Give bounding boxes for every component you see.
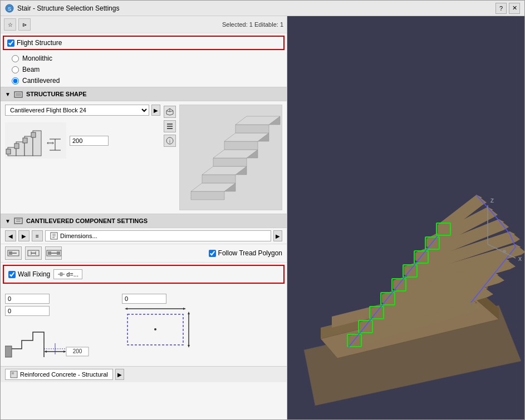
structure-shape-content: Cantilevered Flight Block 24 ▶ [1, 101, 287, 214]
nav-list-button[interactable]: ≡ [32, 230, 43, 241]
svg-point-121 [503, 250, 506, 253]
fix-icon-1 [7, 248, 20, 258]
title-bar: S Stair - Structure Selection Settings ?… [1, 1, 524, 16]
flight-structure-checkbox[interactable] [7, 39, 14, 47]
svg-marker-30 [202, 175, 235, 183]
svg-rect-50 [9, 251, 12, 255]
svg-rect-9 [6, 149, 11, 154]
app-icon: S [5, 4, 14, 13]
svg-rect-21 [167, 123, 173, 125]
dim-diagram-left: 200 [5, 318, 94, 363]
fix-tool-3[interactable] [45, 246, 62, 260]
shape-preview-svg [180, 105, 282, 210]
nav-row: ◀ ▶ ≡ Dimensions... ▶ [1, 228, 287, 244]
shape-dropdown-arrow[interactable]: ▶ [151, 105, 160, 116]
material-icon [10, 370, 18, 378]
pin-button[interactable]: ⊳ [18, 18, 31, 31]
wall-fixing-input-btn[interactable]: d=... [53, 269, 82, 279]
shape-tool-3d[interactable] [164, 106, 176, 118]
viewport-3d: z x [287, 16, 524, 419]
wall-fixing-checkbox[interactable] [8, 271, 16, 278]
main-content: ☆ ⊳ Selected: 1 Editable: 1 Flight Struc… [1, 16, 524, 419]
3d-viewport-svg: z x [287, 16, 524, 419]
svg-marker-39 [235, 125, 269, 133]
svg-rect-42 [14, 218, 22, 224]
dim-left-mid-input[interactable] [5, 306, 50, 316]
dimensions-label: Dimensions... [60, 233, 97, 239]
wall-fixing-label[interactable]: Wall Fixing [8, 270, 50, 278]
monolithic-option[interactable]: Monolithic [12, 53, 276, 63]
main-window: S Stair - Structure Selection Settings ?… [0, 0, 525, 420]
flight-structure-section: Flight Structure [3, 36, 284, 50]
beam-radio[interactable] [12, 66, 19, 73]
shape-tools: i [163, 105, 177, 210]
svg-rect-57 [48, 251, 51, 255]
spacer [1, 286, 287, 290]
fixing-tools-row: Follow Tread Polygon [1, 244, 287, 263]
material-button[interactable]: Reinforced Concrete - Structural [5, 369, 113, 380]
svg-rect-3 [16, 93, 21, 96]
dim-left-group: 200 [5, 294, 94, 363]
svg-rect-11 [23, 138, 27, 143]
dimensions-dropdown-arrow[interactable]: ▶ [273, 230, 282, 241]
follow-tread-checkbox[interactable] [209, 250, 216, 257]
fix-icon-2 [27, 248, 40, 258]
dim-left-top-input[interactable] [5, 294, 50, 304]
cantilevered-radio[interactable] [12, 77, 19, 85]
flight-structure-text: Flight Structure [17, 39, 62, 47]
shape-tool-info[interactable]: i [164, 135, 176, 147]
toolbar-row: ☆ ⊳ Selected: 1 Editable: 1 [1, 16, 287, 33]
nav-prev-button[interactable]: ◀ [5, 230, 16, 241]
beam-label: Beam [22, 66, 40, 73]
cantilevered-option[interactable]: Cantilevered [12, 76, 276, 86]
shape-tool-list[interactable] [164, 120, 176, 132]
star-button[interactable]: ☆ [4, 18, 16, 31]
shape-preview [179, 105, 282, 210]
dimension-input[interactable] [70, 136, 109, 146]
structure-shape-icon [14, 90, 23, 98]
monolithic-label: Monolithic [22, 55, 52, 62]
wall-fixing-btn-label: d=... [66, 271, 78, 278]
follow-tread-label[interactable]: Follow Tread Polygon [209, 249, 282, 257]
cantilevered-collapse[interactable]: ▼ [5, 218, 11, 224]
svg-rect-64 [5, 346, 12, 357]
structure-shape-collapse[interactable]: ▼ [5, 91, 11, 97]
svg-rect-12 [31, 132, 36, 137]
material-dropdown-arrow[interactable]: ▶ [115, 369, 124, 380]
svg-rect-72 [122, 306, 200, 350]
dim-right-top-input[interactable] [122, 294, 166, 304]
monolithic-radio[interactable] [12, 55, 19, 62]
fix-tool-2[interactable] [25, 246, 42, 260]
nav-next-button[interactable]: ▶ [18, 230, 30, 241]
dimensions-section: 200 [1, 290, 287, 366]
svg-rect-61 [60, 273, 62, 276]
svg-rect-82 [12, 372, 14, 374]
svg-point-80 [154, 328, 156, 330]
follow-tread-text: Follow Tread Polygon [218, 249, 282, 257]
dim-diagram-right [122, 306, 200, 350]
svg-text:⟺: ⟺ [47, 140, 54, 146]
dim-right-group [122, 294, 200, 350]
radio-group: Monolithic Beam Cantilevered [1, 52, 287, 87]
title-bar-controls: ? ✕ [495, 3, 520, 14]
window-title: Stair - Structure Selection Settings [17, 4, 119, 12]
svg-rect-10 [14, 144, 19, 149]
material-label: Reinforced Concrete - Structural [20, 371, 108, 378]
close-button[interactable]: ✕ [509, 3, 520, 14]
wall-fixing-row: Wall Fixing d=... [3, 265, 284, 284]
wall-fixing-icon [57, 271, 65, 277]
info-icon: i [166, 137, 174, 145]
svg-marker-27 [191, 191, 224, 200]
dimensions-icon [50, 232, 58, 240]
flight-structure-label[interactable]: Flight Structure [7, 39, 280, 47]
beam-option[interactable]: Beam [12, 65, 276, 75]
shape-dropdown[interactable]: Cantilevered Flight Block 24 [5, 105, 149, 116]
wall-fixing-text: Wall Fixing [18, 270, 50, 278]
shape-left: Cantilevered Flight Block 24 ▶ [5, 105, 160, 210]
dimensions-button[interactable]: Dimensions... [45, 230, 271, 241]
cube-icon [166, 108, 174, 116]
selected-info: Selected: 1 Editable: 1 [222, 21, 283, 28]
shape-dropdown-row: Cantilevered Flight Block 24 ▶ [5, 105, 160, 116]
help-button[interactable]: ? [495, 3, 507, 14]
fix-tool-1[interactable] [5, 246, 22, 260]
